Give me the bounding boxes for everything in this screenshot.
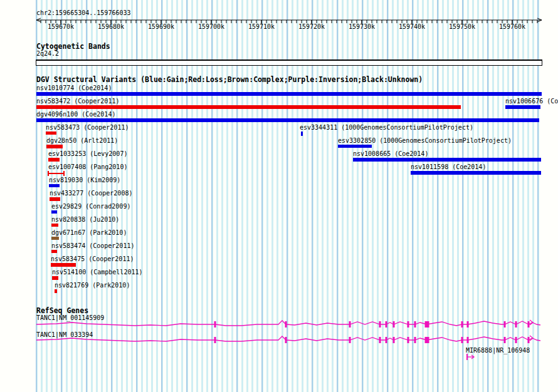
ruler-tick-label: 159690k bbox=[142, 23, 180, 30]
cytoband-label[interactable]: 2q24.2 bbox=[36, 50, 59, 57]
ruler-tick-label: 159710k bbox=[243, 23, 280, 30]
variant-bar[interactable] bbox=[51, 210, 57, 214]
variant-label[interactable]: nsv820838 (Ju2010) bbox=[51, 216, 119, 223]
variant-bar[interactable] bbox=[338, 145, 372, 148]
variant-label[interactable]: nsv1011598 (Coe2014) bbox=[411, 163, 486, 170]
variant-bar[interactable] bbox=[505, 105, 540, 109]
variant-bar[interactable] bbox=[50, 197, 60, 201]
ruler-tick-label: 159740k bbox=[393, 23, 431, 30]
transcript-label[interactable]: TANC1|NM_033394 bbox=[36, 331, 93, 338]
ruler-tick-label: 159750k bbox=[443, 23, 481, 30]
variant-bar[interactable] bbox=[46, 132, 56, 135]
variant-bar[interactable] bbox=[36, 92, 542, 96]
variant-label[interactable]: nsv583472 (Cooper2011) bbox=[36, 98, 119, 105]
variant-bar[interactable] bbox=[51, 250, 57, 253]
cytoband-glyph[interactable] bbox=[36, 59, 542, 66]
transcript-label[interactable]: TANC1|NM_001145909 bbox=[36, 314, 104, 321]
dgv-track-title: DGV Structural Variants (Blue:Gain;Red:L… bbox=[36, 76, 423, 83]
genome-browser-view: chr2:159665304..159766033 159670k159680k… bbox=[0, 0, 558, 392]
variant-label[interactable]: dgv28n50 (Arlt2011) bbox=[46, 137, 118, 144]
variant-label[interactable]: esv1033253 (Levy2007) bbox=[48, 150, 127, 157]
variant-bar[interactable] bbox=[48, 158, 60, 162]
ruler-tick-label: 159670k bbox=[42, 23, 80, 30]
variant-label[interactable]: dgv671n67 (Park2010) bbox=[51, 229, 127, 236]
variant-label[interactable]: nsv821769 (Park2010) bbox=[55, 282, 130, 289]
variant-label[interactable]: esv3302850 (1000GenomesConsortiumPilotPr… bbox=[338, 137, 512, 144]
variant-bar[interactable] bbox=[36, 105, 461, 109]
variant-bar[interactable] bbox=[411, 171, 541, 175]
ruler-tick-label: 159680k bbox=[92, 23, 130, 30]
variant-label[interactable]: nsv583475 (Cooper2011) bbox=[51, 255, 134, 262]
bracket-part bbox=[48, 173, 65, 174]
variant-bar[interactable] bbox=[353, 158, 541, 162]
variant-bar[interactable] bbox=[36, 118, 539, 122]
variant-label[interactable]: nsv583474 (Cooper2011) bbox=[51, 242, 134, 249]
variant-bar[interactable] bbox=[51, 237, 59, 240]
variant-label[interactable]: esv29829 (Conrad2009) bbox=[51, 203, 130, 210]
variant-label[interactable]: nsv1010774 (Coe2014) bbox=[36, 85, 112, 91]
variant-bar[interactable] bbox=[49, 184, 60, 187]
variant-label[interactable]: esv3344311 (1000GenomesConsortiumPilotPr… bbox=[300, 124, 473, 131]
variant-bar[interactable] bbox=[51, 224, 58, 227]
region-coordinates: chr2:159665304..159766033 bbox=[36, 9, 131, 16]
variant-label[interactable]: nsv433277 (Cooper2008) bbox=[50, 190, 132, 197]
variant-label[interactable]: nsv819030 (Kim2009) bbox=[49, 177, 120, 183]
variant-point-glyph[interactable] bbox=[301, 132, 303, 136]
ruler-tick-label: 159700k bbox=[192, 23, 230, 30]
variant-bar[interactable] bbox=[55, 289, 57, 293]
variant-bar[interactable] bbox=[51, 263, 76, 267]
variant-label[interactable]: nsv1006676 (Co bbox=[505, 98, 558, 105]
refseq-track-title: RefSeq Genes bbox=[36, 307, 88, 314]
ruler-tick-label: 159760k bbox=[493, 23, 531, 30]
variant-label[interactable]: nsv1008665 (Coe2014) bbox=[353, 150, 428, 157]
transcript-label[interactable]: MIR6888|NR_106948 bbox=[466, 347, 530, 354]
ruler-tick-label: 159730k bbox=[343, 23, 381, 30]
variant-bracket-glyph[interactable] bbox=[48, 171, 65, 176]
variant-label[interactable]: nsv514100 (Campbell2011) bbox=[52, 269, 143, 276]
variant-bar[interactable] bbox=[46, 145, 63, 148]
variant-bar[interactable] bbox=[52, 276, 58, 280]
variant-label[interactable]: nsv583473 (Cooper2011) bbox=[46, 124, 129, 131]
variant-label[interactable]: esv1007408 (Pang2010) bbox=[48, 163, 127, 170]
cytogenetic-bands-track-title: Cytogenetic Bands bbox=[36, 43, 110, 50]
variant-label[interactable]: dgv4096n100 (Coe2014) bbox=[36, 111, 115, 118]
ruler-tick-label: 159720k bbox=[293, 23, 330, 30]
